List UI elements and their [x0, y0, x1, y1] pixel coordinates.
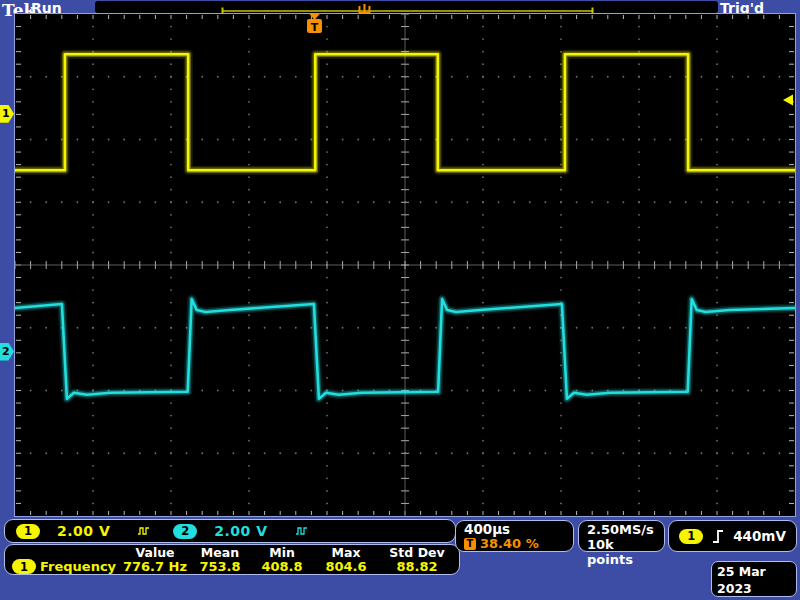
trigger-source-badge: 1 [679, 529, 703, 544]
sample-rate-label: 2.50MS/s [587, 522, 664, 537]
channel-readout-bar: 1 2.00 V 2 2.00 V [4, 519, 456, 543]
measurement-mean: 753.8 [189, 559, 251, 574]
ch1-coupling-icon [137, 526, 150, 536]
ch1-scale-label: 2.00 V [57, 523, 110, 539]
ch2-badge: 2 [173, 524, 197, 539]
ch1-position-marker: 1 [0, 105, 14, 123]
datetime-box: 25 Mar 2023 23:54:46 [711, 561, 797, 597]
measurement-header-value: Value [121, 546, 189, 559]
timebase-label: 400µs [464, 522, 573, 537]
ch1-position-marker-label: 1 [2, 107, 10, 120]
ch2-coupling-icon [295, 526, 308, 536]
measurement-header-stddev: Std Dev [379, 546, 455, 559]
measurement-source-badge: 1 [12, 559, 36, 574]
measurement-name-label: Frequency [40, 559, 116, 574]
trigger-level-label: 440mV [733, 528, 786, 544]
measurement-min: 408.8 [251, 559, 313, 574]
measurement-header-mean: Mean [189, 546, 251, 559]
measurement-stddev: 88.82 [379, 559, 455, 574]
record-view-bar [95, 1, 718, 13]
trigger-position-label: 38.40 % [480, 537, 539, 551]
graticule-svg: T [15, 14, 795, 516]
timebase-box: 400µs T 38.40 % [455, 520, 574, 552]
svg-text:T: T [311, 21, 319, 34]
oscilloscope-screen: Tek Run Trig'd T 1 2 1 2.00 V 2 2.00 V V… [0, 0, 800, 600]
ch2-position-marker-label: 2 [2, 345, 10, 358]
ch1-badge: 1 [16, 524, 40, 539]
measurement-header-max: Max [313, 546, 379, 559]
trigger-level-arrow-icon [783, 94, 793, 105]
measurement-max: 804.6 [313, 559, 379, 574]
measurement-row: 1 Frequency 776.7 Hz 753.8 408.8 804.6 8… [5, 559, 459, 574]
acquisition-box: 2.50MS/s 10k points [578, 520, 665, 552]
measurement-header-min: Min [251, 546, 313, 559]
trigger-box: 1 440mV [668, 520, 797, 552]
date-label: 25 Mar 2023 [717, 563, 796, 597]
ch2-position-marker: 2 [0, 343, 14, 361]
waveform-display: T [14, 13, 796, 517]
measurements-box: Value Mean Min Max Std Dev 1 Frequency 7… [4, 544, 460, 575]
record-length-label: 10k points [587, 537, 664, 567]
trigger-slope-icon [712, 529, 724, 544]
ch2-scale-label: 2.00 V [214, 523, 267, 539]
measurement-header-row: Value Mean Min Max Std Dev [5, 546, 459, 559]
trigger-position-icon: T [464, 538, 476, 550]
measurement-value: 776.7 Hz [121, 559, 189, 574]
